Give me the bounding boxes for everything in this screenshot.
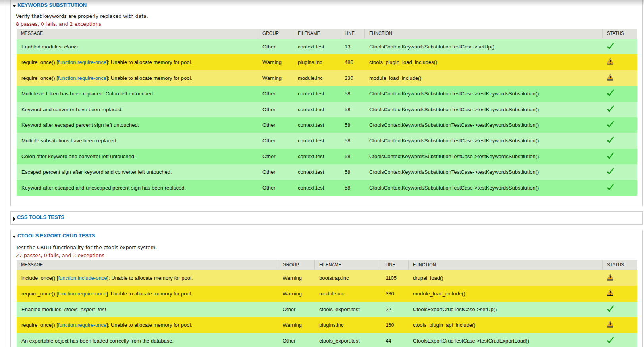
group-cell: Warning bbox=[278, 270, 314, 286]
warning-icon bbox=[607, 274, 614, 281]
pass-icon bbox=[607, 168, 614, 174]
function-cell: ctools_plugin_api_include() bbox=[408, 317, 602, 333]
group-cell: Other bbox=[278, 302, 314, 317]
function-cell: CtoolsContextKeywordsSubstitutionTestCas… bbox=[364, 164, 602, 180]
column-header-line: LINE bbox=[340, 29, 364, 39]
status-cell bbox=[602, 54, 637, 70]
function-cell: CtoolsContextKeywordsSubstitutionTestCas… bbox=[364, 117, 602, 133]
message-link[interactable]: function.require-once bbox=[58, 291, 106, 297]
function-cell: CtoolsContextKeywordsSubstitutionTestCas… bbox=[364, 86, 602, 101]
line-cell: 58 bbox=[340, 149, 364, 164]
fieldset-title-link[interactable]: KEYWORDS SUBSTITUTION bbox=[17, 2, 87, 8]
message-cell: Keyword after escaped and unescaped perc… bbox=[17, 180, 258, 196]
column-header-status: STATUS bbox=[602, 260, 637, 270]
function-cell: CtoolsContextKeywordsSubstitutionTestCas… bbox=[364, 180, 602, 196]
warning-icon bbox=[607, 289, 614, 296]
message-text: Enabled modules: bbox=[21, 306, 64, 312]
group-cell: Other bbox=[258, 102, 293, 117]
result-row: include_once() [function.include-once]: … bbox=[17, 270, 637, 286]
message-text: Colon after keyword and converter left u… bbox=[21, 153, 136, 159]
message-text: Enabled modules: bbox=[21, 44, 64, 50]
message-link[interactable]: function.require-once bbox=[58, 59, 106, 65]
message-link[interactable]: function.require-once bbox=[58, 322, 106, 328]
filename-cell: context.test bbox=[293, 39, 340, 54]
group-cell: Other bbox=[258, 117, 293, 133]
result-row: Enabled modules: ctools_export_testOther… bbox=[17, 302, 637, 317]
pass-icon bbox=[607, 152, 614, 159]
filename-cell: context.test bbox=[293, 133, 340, 148]
test-summary: 27 passes, 0 fails, and 3 exceptions bbox=[16, 252, 104, 258]
column-header-group: GROUP bbox=[258, 29, 293, 39]
message-cell: Multiple substitutions have been replace… bbox=[17, 133, 258, 148]
group-cell: Other bbox=[258, 39, 293, 54]
function-cell: CtoolsExportCrudTestCase->testCrudExport… bbox=[408, 333, 602, 347]
pass-icon bbox=[607, 184, 614, 190]
message-text: require_once() [ bbox=[21, 291, 58, 297]
status-cell bbox=[602, 302, 637, 317]
message-text: An exportable object has been loaded cor… bbox=[21, 338, 174, 344]
status-cell bbox=[602, 117, 637, 133]
pass-icon bbox=[607, 337, 614, 343]
pass-icon bbox=[607, 89, 614, 96]
message-text: ]: Unable to allocate memory for pool. bbox=[106, 75, 192, 81]
group-cell: Warning bbox=[258, 54, 293, 70]
message-link[interactable]: function.include-once bbox=[58, 275, 107, 281]
filename-cell: bootstrap.inc bbox=[314, 270, 381, 286]
group-cell: Warning bbox=[258, 70, 293, 86]
column-header-line: LINE bbox=[381, 260, 408, 270]
function-cell: ctools_plugin_load_includes() bbox=[364, 54, 602, 70]
column-header-message: MESSAGE bbox=[17, 260, 278, 270]
message-emphasis: ctools bbox=[64, 44, 78, 50]
status-cell bbox=[602, 133, 637, 148]
result-row: Enabled modules: ctoolsOthercontext.test… bbox=[17, 39, 637, 54]
group-cell: Other bbox=[258, 180, 293, 196]
line-cell: 480 bbox=[340, 54, 364, 70]
message-link[interactable]: function.require-once bbox=[58, 75, 106, 81]
test-description: Test the CRUD functionality for the ctoo… bbox=[16, 244, 157, 250]
filename-cell: context.test bbox=[293, 180, 340, 196]
message-cell: Multi-level token has been replaced. Col… bbox=[17, 86, 258, 101]
filename-cell: context.test bbox=[293, 102, 340, 117]
column-header-label: FILENAME bbox=[319, 262, 341, 268]
results-table: MESSAGEGROUPFILENAMELINEFUNCTIONSTATUSEn… bbox=[17, 29, 637, 196]
function-cell: module_load_include() bbox=[408, 286, 602, 301]
column-header-label: STATUS bbox=[607, 262, 624, 268]
group-cell: Warning bbox=[278, 317, 314, 333]
fieldset-title-link[interactable]: CTOOLS EXPORT CRUD TESTS bbox=[17, 233, 95, 239]
collapsed-arrow-icon bbox=[13, 217, 15, 221]
status-cell bbox=[602, 102, 637, 117]
status-cell bbox=[602, 39, 637, 54]
filename-cell: context.test bbox=[293, 149, 340, 164]
filename-cell: context.test bbox=[293, 164, 340, 180]
group-cell: Warning bbox=[278, 286, 314, 301]
column-header-message: MESSAGE bbox=[17, 29, 258, 39]
fieldset-ctools-export-crud-tests: CTOOLS EXPORT CRUD TESTSTest the CRUD fu… bbox=[10, 230, 643, 347]
line-cell: 58 bbox=[340, 86, 364, 101]
line-cell: 13 bbox=[340, 39, 364, 54]
column-header-function: FUNCTION bbox=[364, 29, 602, 39]
header-row: MESSAGEGROUPFILENAMELINEFUNCTIONSTATUS bbox=[17, 29, 637, 39]
message-text: Multi-level token has been replaced. Col… bbox=[21, 91, 154, 97]
status-cell bbox=[602, 317, 637, 333]
group-cell: Other bbox=[258, 164, 293, 180]
line-cell: 160 bbox=[381, 317, 408, 333]
status-cell bbox=[602, 70, 637, 86]
column-header-label: FUNCTION bbox=[369, 30, 392, 36]
fieldset-title-link[interactable]: CSS TOOLS TESTS bbox=[17, 214, 64, 221]
content-left-border bbox=[4, 0, 4, 347]
pass-icon bbox=[607, 43, 614, 49]
message-cell: Colon after keyword and converter left u… bbox=[17, 149, 258, 164]
message-text: Keyword after escaped percent sign left … bbox=[21, 122, 139, 128]
status-cell bbox=[602, 286, 637, 301]
line-cell: 58 bbox=[340, 102, 364, 117]
status-cell bbox=[602, 86, 637, 101]
result-row: Escaped percent sign after keyword and c… bbox=[17, 164, 637, 180]
message-cell: Keyword after escaped percent sign left … bbox=[17, 117, 258, 133]
result-row: An exportable object has been loaded cor… bbox=[17, 333, 637, 347]
status-cell bbox=[602, 180, 637, 196]
function-cell: drupal_load() bbox=[408, 270, 602, 286]
test-summary: 8 passes, 0 fails, and 2 exceptions bbox=[16, 21, 101, 27]
line-cell: 58 bbox=[340, 164, 364, 180]
group-cell: Other bbox=[258, 133, 293, 148]
test-description: Verify that keywords are properly replac… bbox=[16, 13, 148, 19]
